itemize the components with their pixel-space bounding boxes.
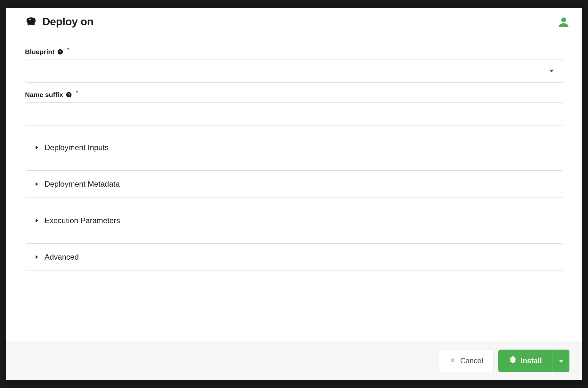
blueprint-field-group: Blueprint ? *: [25, 48, 563, 83]
caret-right-icon: [35, 255, 39, 259]
accordion-advanced[interactable]: Advanced: [25, 243, 563, 271]
accordion-title: Deployment Inputs: [45, 143, 109, 152]
install-button-label: Install: [521, 357, 542, 365]
modal-body: Blueprint ? * Name suffix ? *: [6, 35, 582, 341]
blueprint-select[interactable]: [25, 60, 563, 83]
close-icon: [449, 357, 456, 365]
user-icon[interactable]: [558, 16, 569, 28]
accordion-deployment-metadata[interactable]: Deployment Metadata: [25, 170, 563, 198]
caret-right-icon: [35, 146, 39, 150]
help-icon[interactable]: ?: [57, 49, 63, 55]
name-suffix-input[interactable]: [25, 102, 563, 125]
modal-footer: Cancel Install: [6, 341, 582, 380]
modal-header: Deploy on: [6, 8, 582, 35]
cogs-icon: [509, 356, 516, 366]
name-suffix-label: Name suffix: [25, 91, 63, 99]
caret-down-icon: [549, 69, 554, 73]
install-button-group: Install: [498, 350, 569, 372]
install-dropdown-button[interactable]: [552, 350, 569, 372]
svg-text:?: ?: [68, 93, 70, 97]
svg-text:?: ?: [59, 50, 61, 54]
name-suffix-field-group: Name suffix ? *: [25, 91, 563, 125]
deploy-modal: Deploy on Blueprint ? * Name: [6, 8, 582, 380]
accordion-title: Advanced: [45, 253, 79, 262]
required-indicator: *: [76, 90, 78, 96]
accordion-title: Deployment Metadata: [45, 180, 120, 189]
name-suffix-label-row: Name suffix ? *: [25, 91, 563, 99]
install-button[interactable]: Install: [498, 350, 552, 372]
required-indicator: *: [67, 47, 69, 53]
caret-right-icon: [35, 182, 39, 186]
blueprint-label-row: Blueprint ? *: [25, 48, 563, 56]
accordion-execution-parameters[interactable]: Execution Parameters: [25, 207, 563, 234]
rocket-icon: [25, 16, 36, 27]
modal-title-wrap: Deploy on: [25, 15, 94, 28]
accordion-title: Execution Parameters: [45, 216, 120, 225]
modal-title: Deploy on: [42, 15, 94, 28]
help-icon[interactable]: ?: [66, 92, 72, 98]
accordion-deployment-inputs[interactable]: Deployment Inputs: [25, 134, 563, 161]
blueprint-label: Blueprint: [25, 48, 54, 56]
cancel-button-label: Cancel: [460, 357, 483, 365]
caret-down-icon: [559, 357, 563, 365]
cancel-button[interactable]: Cancel: [439, 350, 494, 372]
caret-right-icon: [35, 219, 39, 222]
svg-point-0: [561, 17, 566, 22]
